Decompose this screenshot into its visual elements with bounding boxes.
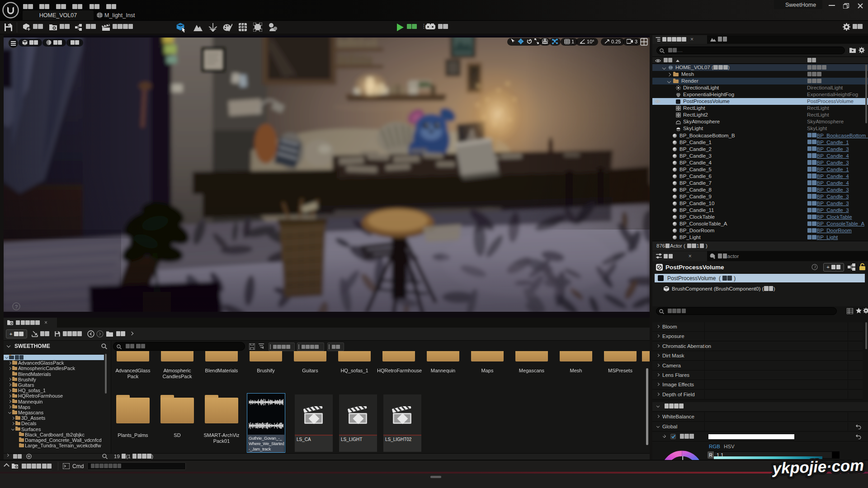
svg-text:ykpojie·com: ykpojie·com <box>771 457 864 477</box>
svg-text:?: ? <box>15 304 18 310</box>
